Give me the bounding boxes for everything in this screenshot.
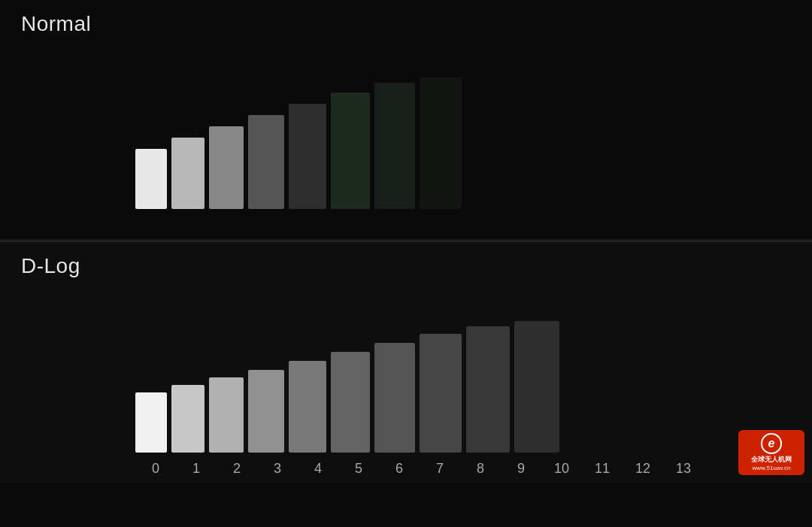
swatch [171,385,205,453]
swatch [420,334,462,453]
axis-label-9: 9 [501,461,541,477]
swatch [248,370,284,453]
axis-label-11: 11 [582,461,623,477]
swatch [209,377,244,453]
normal-label: Normal [21,12,91,36]
swatch [514,321,559,453]
swatch [466,326,510,453]
axis-label-0: 0 [135,461,176,477]
swatch [248,115,284,209]
axis-label-10: 10 [541,461,582,477]
watermark-logo: e [768,437,775,450]
watermark-site-name: 全球无人机网 [751,456,792,464]
swatch [331,352,370,453]
dlog-label: D-Log [21,254,80,278]
axis-label-8: 8 [460,461,501,477]
swatch [420,77,462,209]
dlog-section: D-Log 0 1 2 3 4 5 6 7 8 9 10 11 12 13 e … [0,242,812,483]
swatch [289,104,326,209]
swatch [171,138,205,209]
swatch [135,392,167,453]
normal-swatches [135,77,462,209]
swatch [289,361,326,453]
dlog-swatches [135,321,559,453]
axis-label-6: 6 [379,461,420,477]
swatch [209,126,244,209]
normal-section: Normal [0,0,812,241]
watermark: e 全球无人机网 www.51uav.cn [738,430,804,475]
axis-label-12: 12 [623,461,663,477]
axis-label-2: 2 [217,461,257,477]
swatch [374,343,415,453]
axis-label-7: 7 [420,461,460,477]
axis-label-13: 13 [663,461,704,477]
axis-label-4: 4 [298,461,338,477]
axis-label-5: 5 [338,461,379,477]
axis-label-1: 1 [176,461,217,477]
swatch [331,92,370,209]
axis-labels: 0 1 2 3 4 5 6 7 8 9 10 11 12 13 [0,461,812,477]
swatch [374,83,415,209]
swatch [135,149,167,209]
watermark-icon: e [761,433,782,454]
axis-label-3: 3 [257,461,298,477]
watermark-url: www.51uav.cn [753,465,791,472]
